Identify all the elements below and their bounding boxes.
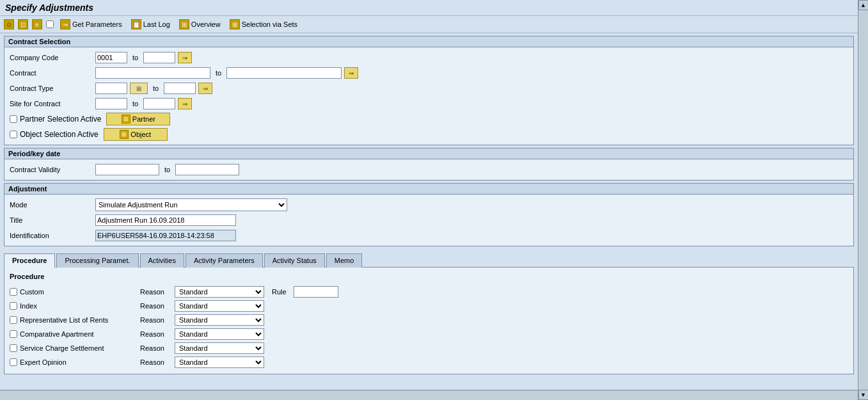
adj-title-input[interactable] [95,214,236,226]
site-label: Site for Contract [10,100,93,108]
site-arrow[interactable]: ⇒ [178,98,192,109]
overview-button[interactable]: ⊞ Overview [177,18,223,31]
toolbar-icon-3[interactable]: ≡ [32,19,42,29]
tab-activity-parameters[interactable]: Activity Parameters [185,253,263,268]
scroll-down-arrow[interactable]: ▼ [858,390,869,395]
tabs-container: Procedure Processing Paramet. Activities… [4,253,854,267]
proc-row-service-charge: Service Charge Settlement Reason Standar… [10,342,848,355]
proc-comp-apt-label: Comparative Apartment [10,330,138,338]
page-title: Specify Adjustments [0,0,868,16]
scrollbar-bottom[interactable] [0,390,858,395]
adjustment-section: Adjustment Mode Simulate Adjustment Run … [4,183,854,246]
validity-to-input[interactable] [175,164,239,175]
scroll-up-arrow[interactable]: ▲ [858,0,869,10]
partner-selection-row: Partner Selection Active ⊞ Partner [10,113,848,125]
overview-icon: ⊞ [179,19,189,29]
validity-label: Contract Validity [10,166,93,173]
proc-rep-list-checkbox[interactable] [10,316,17,324]
reason-label-service-charge: Reason [140,344,172,352]
contract-type-input[interactable] [95,83,127,94]
reason-label-comp-apt: Reason [140,330,172,338]
site-to-input[interactable] [143,98,175,109]
contract-arrow[interactable]: ⇒ [344,67,358,79]
selection-via-sets-button[interactable]: ⊞ Selection via Sets [227,18,300,31]
contract-to-label: to [216,69,221,77]
proc-comp-apt-checkbox[interactable] [10,330,17,338]
period-content: Contract Validity to [4,159,853,180]
object-selection-checkbox[interactable] [10,131,17,138]
company-code-to-label: to [132,54,138,61]
scrollbar-right[interactable]: ▲ ▼ [858,0,868,395]
contract-selection-content: Company Code to ⇒ Contract to ⇒ Contract… [4,47,853,145]
contract-selection-title: Contract Selection [4,36,853,47]
contract-selection-section: Contract Selection Company Code to ⇒ Con… [4,36,854,145]
reason-select-service-charge[interactable]: Standard [175,342,264,354]
contract-type-lookup-btn[interactable]: ⊞ [130,83,148,94]
rule-label-custom: Rule [272,288,291,296]
tab-activity-status[interactable]: Activity Status [264,253,325,268]
contract-type-to-label: to [153,84,159,92]
company-code-input[interactable] [95,52,127,63]
object-selection-row: Object Selection Active ⊞ Object [10,128,848,141]
toolbar-icon-2[interactable]: ⊡ [18,19,28,29]
identification-input[interactable] [95,230,236,241]
company-code-arrow[interactable]: ⇒ [178,52,192,63]
reason-label-index: Reason [140,302,172,310]
contract-type-to-input[interactable] [164,83,196,94]
contract-type-label: Contract Type [10,84,93,92]
proc-custom-label: Custom [10,288,138,296]
procedure-section-title: Procedure [10,271,848,282]
contract-to-input[interactable] [226,67,342,79]
proc-row-custom: Custom Reason Standard Rule [10,285,848,298]
proc-row-expert: Expert Opinion Reason Standard [10,356,848,369]
contract-row: Contract to ⇒ [10,67,848,79]
reason-select-rep-list[interactable]: Standard [175,314,264,326]
tab-processing[interactable]: Processing Paramet. [56,253,138,268]
partner-selection-label: Partner Selection Active [20,115,101,124]
partner-icon: ⊞ [122,115,130,124]
adj-title-label: Title [10,216,93,224]
identification-row: Identification [10,229,848,242]
tabs-area: Procedure Processing Paramet. Activities… [4,249,854,374]
last-log-button[interactable]: 📋 Last Log [129,18,173,31]
object-checkbox-row: Object Selection Active [10,130,99,139]
reason-label-custom: Reason [140,288,172,296]
site-input[interactable] [95,98,127,109]
proc-expert-checkbox[interactable] [10,358,17,366]
proc-custom-checkbox[interactable] [10,288,17,296]
tab-activities[interactable]: Activities [140,253,184,268]
object-button[interactable]: ⊞ Object [104,128,168,141]
rule-input-custom[interactable] [294,286,338,298]
validity-to-label: to [164,166,170,173]
reason-select-expert[interactable]: Standard [175,356,264,368]
contract-label: Contract [10,69,93,77]
proc-service-charge-label: Service Charge Settlement [10,344,138,352]
toolbar: ⊙ ⊡ ≡ ⇒ Get Parameters 📋 Last Log ⊞ Over… [0,16,868,33]
reason-select-custom[interactable]: Standard [175,286,264,298]
adjustment-content: Mode Simulate Adjustment Run Productive … [4,195,853,246]
contract-input[interactable] [95,67,210,79]
partner-selection-checkbox[interactable] [10,115,17,123]
selection-sets-icon: ⊞ [230,19,240,29]
proc-rep-list-label: Representative List of Rents [10,316,138,324]
partner-checkbox-row: Partner Selection Active [10,115,101,124]
reason-select-index[interactable]: Standard [175,300,264,312]
get-params-icon: ⇒ [60,19,70,29]
proc-index-checkbox[interactable] [10,302,17,310]
mode-select[interactable]: Simulate Adjustment Run Productive Adjus… [95,198,287,211]
company-code-to-input[interactable] [143,52,175,63]
tab-memo[interactable]: Memo [326,253,363,268]
validity-from-input[interactable] [95,164,159,175]
tab-procedure[interactable]: Procedure [4,253,55,268]
toolbar-icon-1[interactable]: ⊙ [4,19,14,29]
reason-select-comp-apt[interactable]: Standard [175,328,264,340]
proc-service-charge-checkbox[interactable] [10,344,17,352]
get-parameters-button[interactable]: ⇒ Get Parameters [58,18,125,31]
contract-type-row: Contract Type ⊞ to ⇒ [10,82,848,95]
checkbox-1[interactable] [46,20,54,28]
partner-button[interactable]: ⊞ Partner [106,113,170,125]
site-row: Site for Contract to ⇒ [10,97,848,110]
last-log-icon: 📋 [131,19,141,29]
contract-type-arrow[interactable]: ⇒ [198,83,212,94]
identification-label: Identification [10,232,93,239]
